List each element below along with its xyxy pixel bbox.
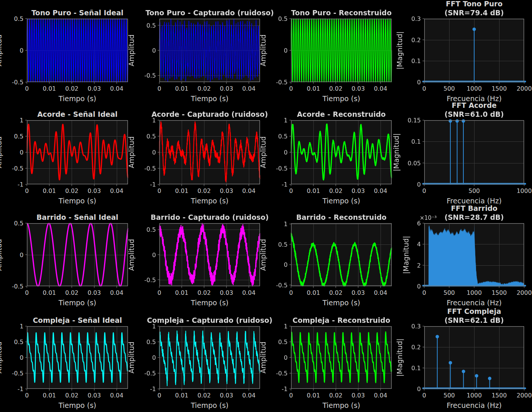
x-tick-label: 0.04 [374,392,387,399]
plot-canvas [288,221,394,289]
x-tick-label: 0.02 [329,85,342,92]
x-tick-label: 0.04 [242,289,256,296]
y-tick-label: 0.3 [411,15,421,22]
y-tick-label: -0.5 [12,283,24,290]
x-tick-label: 500 [444,392,455,399]
y-axis-label: Amplitud [0,341,3,374]
plot-canvas [24,221,131,289]
x-tick-label: 0.02 [197,85,211,92]
x-axis-label: Frecuencia (Hz) [424,197,524,205]
y-tick-label: -0.5 [12,165,24,172]
x-tick-label: 0 [422,392,426,399]
x-tick-label: 0.02 [197,289,211,296]
x-axis-label: Tiempo (s) [27,401,128,409]
x-tick-label: 0.04 [110,392,123,399]
y-tick-label: 0 [417,283,421,290]
y-axis-label: Amplitud [127,34,135,66]
x-tick-label: 0.03 [351,187,365,194]
y-tick-label: 0.1 [411,138,421,145]
x-tick-label: 0.01 [43,85,56,92]
y-tick-label: 0 [20,149,24,156]
x-tick-label: 0 [25,289,29,296]
x-tick-label: 0.02 [65,85,79,92]
y-axis-label: |Magnitud| [402,236,410,274]
x-axis-label: Tiempo (s) [27,94,128,103]
y-tick-label: 0.5 [278,133,288,140]
x-axis-label: Tiempo (s) [159,197,260,205]
x-tick-label: 2000 [517,289,532,296]
y-tick-label: 1 [152,323,156,330]
y-axis-label: Amplitud [0,136,3,168]
y-tick-label: 0.1 [411,365,421,372]
plot-canvas [422,221,527,289]
x-tick-label: 0 [157,85,161,92]
subplot-acorde-reconstruido: Acorde - ReconstruidoAmplitudTiempo (s)0… [291,120,392,184]
plot-canvas [422,118,527,187]
x-axis-label: Tiempo (s) [291,197,392,205]
x-tick-label: 0.01 [43,392,56,399]
y-axis-label: Amplitud [259,341,267,374]
x-tick-label: 0 [157,187,161,194]
plot-title: FFT Acorde [392,101,532,109]
y-axis-label: Amplitud [0,239,3,271]
y-tick-label: 0.5 [14,15,24,22]
x-tick-label: 0.03 [351,85,365,92]
subplot-tono-reconstruido: Tono Puro - ReconstruidoAmplitudTiempo (… [291,19,392,82]
x-axis-label: Tiempo (s) [27,299,128,307]
x-tick-label: 0.04 [110,85,123,92]
x-tick-label: 0 [25,392,29,399]
x-tick-label: 0.01 [43,289,56,296]
y-tick-label: 0.15 [407,117,421,124]
x-axis-label: Tiempo (s) [159,401,260,409]
x-tick-label: 2000 [517,392,532,399]
y-tick-label: -0.5 [12,79,24,86]
plot-canvas [422,324,527,391]
x-tick-label: 0 [422,187,426,194]
y-axis-label: |Magnitud| [392,133,400,171]
plot-canvas [157,221,263,289]
x-tick-label: 1000 [467,289,482,296]
x-tick-label: 0.01 [175,289,188,296]
y-tick-label: 4 [417,241,421,248]
y-tick-label: 0 [417,386,421,393]
x-tick-label: 0.02 [65,289,79,296]
x-axis-label: Frecuencia (Hz) [424,299,524,307]
x-tick-label: 0 [289,289,293,296]
y-tick-label: 0 [284,261,288,268]
x-tick-label: 0.02 [197,187,211,194]
x-axis-label: Tiempo (s) [159,299,260,307]
subplot-tono-capturado: Tono Puro - Capturado (ruidoso)AmplitudT… [159,19,260,82]
plot-canvas [24,16,131,85]
x-tick-label: 1500 [492,289,507,296]
subplot-compleja-capturada: Compleja - Capturado (ruidoso)AmplitudTi… [159,326,260,389]
x-tick-label: 0.03 [88,392,101,399]
subplot-fft-acorde: FFT Acorde(SNR=61.0 dB)|Magnitud|Frecuen… [424,120,524,184]
x-tick-label: 0.01 [175,392,188,399]
y-tick-label: 0.5 [14,220,24,227]
x-tick-label: 0.01 [307,85,320,92]
x-tick-label: 0.03 [220,392,233,399]
y-tick-label: 0.5 [147,22,156,29]
x-tick-label: 0.04 [374,85,387,92]
plot-canvas [288,324,394,391]
subplot-compleja-reconstruida: Compleja - ReconstruidoAmplitudTiempo (s… [291,326,392,389]
x-tick-label: 1000 [467,85,482,92]
x-tick-label: 0 [289,392,293,399]
x-tick-label: 0.04 [374,289,387,296]
y-tick-label: -1 [18,386,24,393]
x-tick-label: 0.04 [110,289,123,296]
x-tick-label: 0.03 [351,392,365,399]
y-tick-label: -0.5 [144,165,156,172]
subplot-barrido-ideal: Barrido - Señal IdealAmplitudTiempo (s)0… [27,223,128,286]
x-tick-label: 0.02 [65,392,79,399]
y-tick-label: -0.5 [276,370,288,377]
y-tick-label: -0.5 [144,276,156,283]
x-tick-label: 0.02 [329,289,342,296]
x-tick-label: 0.04 [374,187,387,194]
y-tick-label: 0.5 [14,133,24,140]
y-tick-label: 0 [20,47,24,54]
x-tick-label: 0.04 [242,392,256,399]
figure: Tono Puro - Señal IdealAmplitudTiempo (s… [0,0,532,412]
subplot-acorde-ideal: Acorde - Señal IdealAmplitudTiempo (s)00… [27,120,128,184]
x-tick-label: 0 [422,85,426,92]
